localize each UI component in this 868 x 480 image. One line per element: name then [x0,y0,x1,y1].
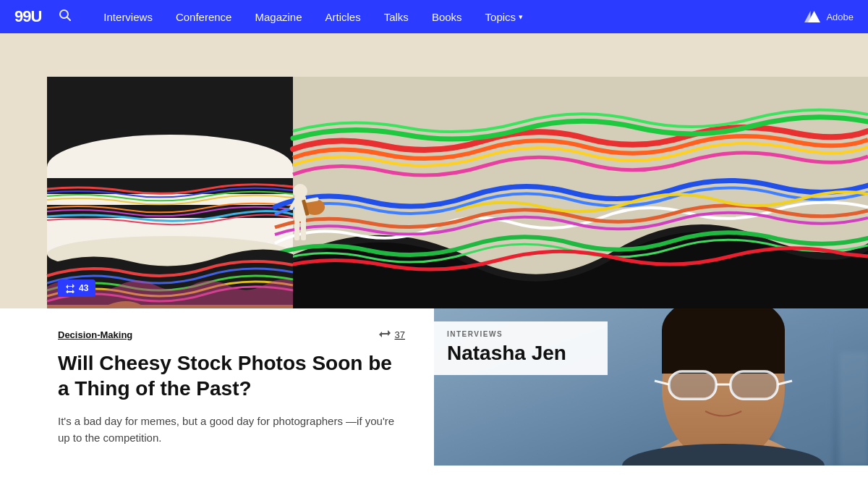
nav-links: Interviews Conference Magazine Articles … [92,0,804,33]
adobe-icon [804,11,820,22]
main-nav: 99U Interviews Conference Magazine Artic… [0,0,868,33]
site-logo[interactable]: 99U [14,7,41,26]
hero-artwork [0,33,868,308]
adobe-logo-area: Adobe [804,11,854,22]
adobe-label: Adobe [826,12,854,22]
article-category-row: Decision-Making 37 [58,329,405,340]
hero-share-count: 43 [79,283,88,293]
article-excerpt: It's a bad day for memes, but a good day… [58,413,405,447]
svg-rect-12 [294,220,299,240]
content-area: Decision-Making 37 Will Cheesy Stock Pho… [0,308,868,466]
svg-rect-33 [669,371,716,399]
featured-article: Decision-Making 37 Will Cheesy Stock Pho… [0,308,434,466]
interview-subject-name[interactable]: Natasha Jen [447,342,595,365]
share-icon [379,329,391,340]
nav-item-talks[interactable]: Talks [373,0,420,33]
hero-share-badge[interactable]: 43 [58,279,95,297]
svg-rect-27 [662,330,785,374]
svg-point-11 [293,184,307,198]
article-title[interactable]: Will Cheesy Stock Photos Soon be a Thing… [58,350,405,401]
article-share-count[interactable]: 37 [379,329,405,340]
interview-category-label: INTERVIEWS [447,330,595,338]
nav-item-conference[interactable]: Conference [164,0,244,33]
svg-line-1 [67,17,71,20]
nav-item-articles[interactable]: Articles [314,0,373,33]
nav-item-books[interactable]: Books [420,0,474,33]
search-icon[interactable] [59,9,72,25]
svg-rect-13 [301,220,306,240]
nav-item-topics[interactable]: Topics ▾ [474,0,535,33]
svg-rect-22 [839,352,868,466]
interview-card[interactable]: INTERVIEWS Natasha Jen [434,308,868,466]
share-icon [65,283,75,293]
nav-item-magazine[interactable]: Magazine [243,0,313,33]
chevron-down-icon: ▾ [519,12,523,22]
svg-rect-34 [731,371,778,399]
interview-label-box: INTERVIEWS Natasha Jen [434,321,608,375]
nav-item-interviews[interactable]: Interviews [92,0,164,33]
article-category-label[interactable]: Decision-Making [58,329,132,340]
hero-section: 43 [0,33,868,308]
